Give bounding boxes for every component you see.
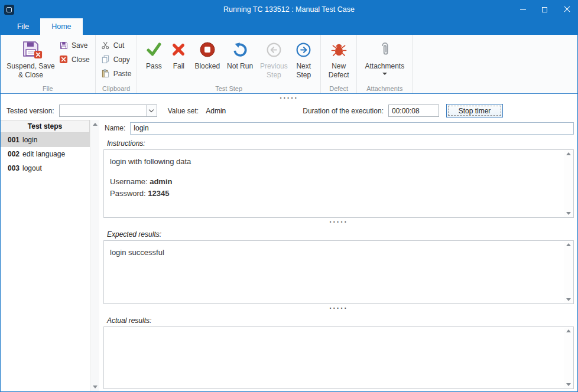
paperclip-icon — [377, 39, 392, 60]
minimize-button[interactable] — [512, 1, 534, 18]
scroll-down-icon[interactable] — [566, 212, 571, 215]
next-step-button[interactable]: NextStep — [291, 38, 316, 80]
actual-scrollbar[interactable] — [564, 328, 573, 388]
stop-timer-button[interactable]: Stop timer — [446, 104, 503, 117]
close-red-icon — [59, 55, 69, 64]
ribbon-group-clipboard: Cut Copy Paste Clipboard — [96, 35, 138, 93]
value-set-label: Value set: — [168, 107, 199, 115]
test-steps-header: Test steps — [1, 120, 90, 133]
close-icon — [564, 6, 570, 12]
test-steps-scrollbar[interactable] — [90, 120, 99, 391]
previous-step-label: PreviousStep — [260, 62, 288, 80]
scroll-up-icon[interactable] — [566, 329, 571, 332]
attachments-button[interactable]: Attachments — [361, 38, 408, 75]
window-controls — [512, 1, 577, 18]
ribbon-group-test-step: Pass Fail Blocked Not Run PreviousStep N… — [137, 35, 320, 93]
window-title: Running TC 133512 : Manual Test Case — [72, 5, 506, 14]
splitter-expected-actual[interactable]: ····· — [103, 304, 574, 312]
next-step-label: NextStep — [296, 62, 311, 80]
tab-home[interactable]: Home — [40, 18, 82, 35]
previous-step-button[interactable]: PreviousStep — [256, 38, 291, 80]
main-area: Test steps 001login 002edit language 003… — [1, 120, 577, 391]
splitter-instructions-expected[interactable]: ····· — [103, 218, 574, 226]
scroll-up-icon[interactable] — [566, 152, 571, 155]
paste-button[interactable]: Paste — [101, 68, 132, 79]
minimize-icon — [520, 9, 526, 10]
group-caption-test-step: Test Step — [137, 85, 320, 92]
ribbon-tab-row: File Home — [1, 18, 577, 35]
blocked-icon — [199, 39, 216, 60]
ribbon: Suspend, Save& Close Save Close File Cut — [1, 35, 577, 94]
save-button[interactable]: Save — [59, 40, 90, 50]
maximize-icon — [542, 7, 547, 12]
not-run-icon — [232, 39, 248, 60]
pass-icon — [145, 39, 162, 60]
expected-results-box[interactable]: login successful — [103, 240, 574, 304]
pass-button[interactable]: Pass — [141, 38, 166, 71]
combo-dropdown-button[interactable] — [146, 105, 157, 116]
cut-button[interactable]: Cut — [101, 40, 132, 50]
group-caption-attachments: Attachments — [357, 85, 412, 92]
group-caption-file: File — [1, 85, 95, 92]
ribbon-group-attachments: Attachments Attachments — [357, 35, 413, 93]
execution-toolbar: Tested version: Value set: Admin Duratio… — [1, 102, 577, 120]
maximize-button[interactable] — [534, 1, 556, 18]
group-caption-defect: Defect — [321, 85, 357, 92]
tab-file[interactable]: File — [6, 18, 40, 35]
step-item-003[interactable]: 003logout — [1, 161, 90, 175]
app-window: Running TC 133512 : Manual Test Case Fil… — [0, 0, 578, 392]
not-run-button[interactable]: Not Run — [223, 38, 256, 71]
ribbon-group-file: Suspend, Save& Close Save Close File — [1, 35, 96, 93]
bug-icon — [331, 39, 347, 60]
ribbon-splitter[interactable]: ····· — [1, 94, 577, 102]
blocked-button[interactable]: Blocked — [191, 38, 223, 71]
scroll-up-icon[interactable] — [93, 123, 98, 126]
name-label: Name: — [105, 124, 125, 132]
scroll-down-icon[interactable] — [566, 298, 571, 301]
instructions-label: Instructions: — [107, 139, 574, 148]
copy-icon — [101, 55, 111, 64]
suspend-save-close-button[interactable]: Suspend, Save& Close — [5, 38, 57, 80]
step-item-001[interactable]: 001login — [1, 133, 90, 147]
new-defect-label: NewDefect — [329, 62, 349, 80]
suspend-save-close-label: Suspend, Save& Close — [7, 62, 54, 80]
tested-version-combo[interactable] — [59, 104, 157, 117]
scroll-down-icon[interactable] — [93, 386, 98, 388]
duration-label: Duration of the execution: — [303, 107, 384, 115]
instructions-scrollbar[interactable] — [564, 151, 573, 217]
attachments-dropdown-icon — [382, 73, 387, 75]
scroll-up-icon[interactable] — [566, 243, 571, 246]
save-icon — [59, 41, 69, 50]
app-icon — [4, 5, 14, 15]
instructions-content[interactable]: login with following data Username: admi… — [104, 150, 564, 217]
instructions-box[interactable]: login with following data Username: admi… — [103, 149, 574, 218]
expected-results-content[interactable]: login successful — [104, 241, 564, 303]
close-button[interactable] — [556, 1, 577, 18]
next-step-icon — [296, 39, 311, 60]
ribbon-splitter-dots: ····· — [280, 96, 298, 100]
previous-step-icon — [266, 39, 282, 60]
suspend-save-close-icon — [21, 39, 41, 60]
new-defect-button[interactable]: NewDefect — [325, 38, 353, 80]
tested-version-label: Tested version: — [7, 107, 54, 115]
title-bar: Running TC 133512 : Manual Test Case — [1, 1, 577, 18]
step-item-002[interactable]: 002edit language — [1, 147, 90, 161]
actual-results-content[interactable] — [104, 327, 564, 388]
duration-input[interactable] — [388, 104, 439, 117]
value-set-value: Admin — [206, 107, 226, 115]
fail-button[interactable]: Fail — [166, 38, 191, 71]
expected-results-label: Expected results: — [107, 230, 574, 239]
scroll-down-icon[interactable] — [566, 383, 571, 386]
close-ribbon-button[interactable]: Close — [59, 54, 90, 64]
group-caption-clipboard: Clipboard — [96, 85, 137, 92]
paste-icon — [101, 69, 111, 79]
cut-icon — [101, 41, 111, 50]
actual-results-label: Actual results: — [107, 316, 574, 325]
step-editor: Name: Instructions: login with following… — [99, 120, 577, 391]
chevron-down-icon — [149, 107, 154, 112]
expected-scrollbar[interactable] — [564, 241, 573, 303]
actual-results-box[interactable] — [103, 326, 574, 389]
copy-button[interactable]: Copy — [101, 54, 132, 64]
name-input[interactable] — [130, 122, 574, 135]
test-steps-panel: Test steps 001login 002edit language 003… — [1, 120, 99, 391]
